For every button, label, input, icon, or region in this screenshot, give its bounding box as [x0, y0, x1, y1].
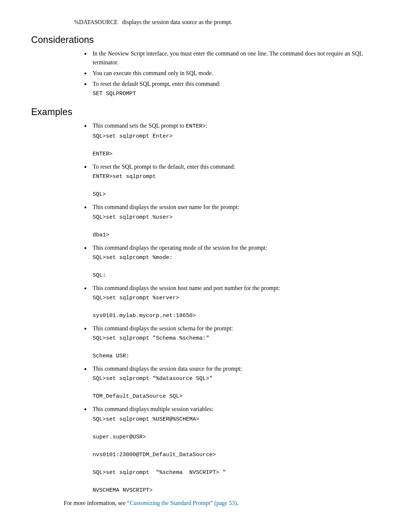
list-item: To reset the default SQL prompt, enter t…: [90, 80, 369, 98]
list-item: To reset the SQL prompt to the default, …: [90, 162, 369, 199]
example-code: SQL>set sqlprompt "%datasource SQL>" TDM…: [93, 374, 369, 401]
list-item: This command displays multiple session v…: [90, 405, 369, 495]
heading-examples: Examples: [31, 105, 369, 118]
list-item: You can execute this command only in SQL…: [90, 69, 369, 77]
closing-link[interactable]: “Customizing the Standard Prompt” (page …: [127, 500, 237, 506]
example-lead: This command sets the SQL prompt to ENTE…: [93, 121, 369, 131]
list-item: This command displays the operating mode…: [90, 243, 369, 280]
example-inline-code: ENTER>: [186, 123, 206, 129]
example-lead: This command displays the operating mode…: [93, 243, 369, 252]
list-item: This command displays the session data s…: [90, 364, 369, 401]
intro-desc: displays the session data source as the …: [122, 19, 233, 25]
example-lead: This command displays the session schema…: [93, 324, 369, 333]
considerations-code: SET SQLPROMPT: [93, 90, 369, 98]
example-lead: This command displays multiple session v…: [93, 405, 369, 413]
example-code: SQL>set sqlprompt %user> dba1>: [93, 213, 369, 240]
considerations-item-2: You can execute this command only in SQL…: [93, 70, 213, 76]
example-code: SQL>set sqlprompt %mode: SQL:: [93, 253, 369, 280]
list-item: This command displays the session user n…: [90, 203, 369, 239]
considerations-list: In the Neoview Script interface, you mus…: [90, 49, 369, 98]
example-lead: This command displays the session user n…: [93, 203, 369, 211]
intro-row: %DATASOURCE displays the session data so…: [74, 18, 369, 26]
example-lead-text: This command sets the SQL prompt to: [93, 122, 186, 129]
example-code: SQL>set sqlprompt %server> sys0101.mylab…: [93, 294, 369, 320]
closing-line: For more information, see “Customizing t…: [64, 499, 369, 507]
list-item: This command displays the session host n…: [90, 284, 369, 320]
examples-list: This command sets the SQL prompt to ENTE…: [90, 121, 369, 495]
example-code: ENTER>set sqlprompt SQL>: [93, 172, 369, 199]
example-code: SQL>set sqlprompt %USER@%SCHEMA> super.s…: [93, 415, 369, 495]
considerations-item-3: To reset the default SQL prompt, enter t…: [93, 80, 369, 88]
heading-considerations: Considerations: [31, 33, 369, 46]
closing-pre: For more information, see: [64, 500, 127, 506]
example-lead: To reset the SQL prompt to the default, …: [93, 162, 369, 171]
list-item: This command sets the SQL prompt to ENTE…: [90, 121, 369, 159]
intro-var: %DATASOURCE: [74, 19, 118, 25]
closing-post: .: [237, 500, 238, 506]
example-lead-tail: :: [206, 122, 207, 129]
list-item: In the Neoview Script interface, you mus…: [90, 49, 369, 66]
example-code: SQL>set sqlprompt Enter> ENTER>: [93, 132, 369, 159]
example-lead: This command displays the session host n…: [93, 284, 369, 292]
considerations-item-1: In the Neoview Script interface, you mus…: [93, 50, 363, 65]
example-code: SQL>set sqlprompt "Schema %schema:" Sche…: [93, 334, 369, 361]
list-item: This command displays the session schema…: [90, 324, 369, 361]
example-lead: This command displays the session data s…: [93, 364, 369, 373]
